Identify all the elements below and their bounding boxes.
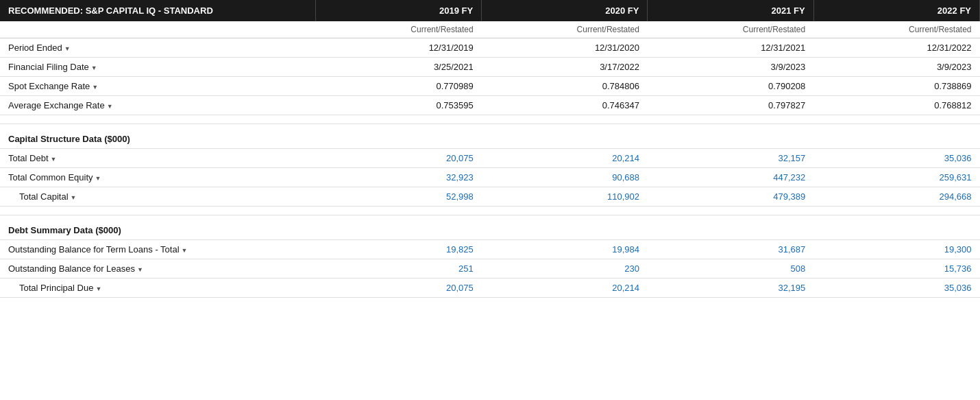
row-label: Outstanding Balance for Leases ▼: [0, 259, 315, 279]
dropdown-arrow-icon[interactable]: ▼: [107, 103, 113, 110]
spacer-row: [0, 207, 980, 215]
financial-table: RECOMMENDED: S&P CAPITAL IQ - STANDARD 2…: [0, 0, 980, 298]
row-value: 32,195: [648, 279, 813, 298]
row-value: 0.768812: [813, 96, 979, 115]
table-row: Total Principal Due ▼20,07520,21432,1953…: [0, 279, 980, 298]
dropdown-arrow-icon[interactable]: ▼: [64, 45, 71, 52]
row-value: 20,075: [315, 279, 481, 298]
row-value: 0.790208: [648, 77, 813, 96]
row-value: 0.770989: [315, 77, 481, 96]
dropdown-arrow-icon[interactable]: ▼: [51, 156, 57, 163]
label-text: Period Ended: [8, 43, 62, 53]
section-header-label: Capital Structure Data ($000): [0, 124, 980, 149]
table-subheader-row: Current/Restated Current/Restated Curren…: [0, 21, 980, 38]
row-value: 20,075: [315, 149, 481, 168]
row-value: 15,736: [813, 259, 979, 279]
subheader-2020: Current/Restated: [482, 21, 648, 38]
row-value: 251: [315, 259, 481, 279]
table-row: Average Exchange Rate ▼0.7535950.7463470…: [0, 96, 980, 115]
row-value: 20,214: [482, 149, 648, 168]
table-row: Outstanding Balance for Leases ▼25123050…: [0, 259, 980, 279]
label-text: Total Common Equity: [8, 172, 93, 183]
table-row: Total Common Equity ▼32,92390,688447,232…: [0, 168, 980, 187]
spacer-row: [0, 115, 980, 124]
table-row: Total Debt ▼20,07520,21432,15735,036: [0, 149, 980, 168]
row-value: 0.746347: [482, 96, 648, 115]
subheader-2019: Current/Restated: [315, 21, 481, 38]
table-row: Spot Exchange Rate ▼0.7709890.7848060.79…: [0, 77, 980, 96]
row-label: Total Principal Due ▼: [0, 279, 315, 298]
row-value: 20,214: [482, 279, 648, 298]
dropdown-arrow-icon[interactable]: ▼: [137, 266, 143, 273]
row-value: 3/25/2021: [315, 58, 481, 77]
dropdown-arrow-icon[interactable]: ▼: [71, 194, 77, 201]
header-2020: 2020 FY: [482, 0, 648, 21]
row-value: 3/9/2023: [813, 58, 979, 77]
row-label: Average Exchange Rate ▼: [0, 96, 315, 115]
dropdown-arrow-icon[interactable]: ▼: [95, 285, 101, 292]
row-value: 3/17/2022: [482, 58, 648, 77]
subheader-2022: Current/Restated: [813, 21, 979, 38]
dropdown-arrow-icon[interactable]: ▼: [95, 175, 101, 182]
row-value: 479,389: [648, 187, 813, 207]
row-value: 31,687: [648, 240, 813, 259]
label-text: Total Principal Due: [19, 283, 93, 293]
row-label: Total Debt ▼: [0, 149, 315, 168]
row-label: Spot Exchange Rate ▼: [0, 77, 315, 96]
row-label: Total Common Equity ▼: [0, 168, 315, 187]
label-text: Outstanding Balance for Leases: [8, 263, 135, 274]
row-value: 35,036: [813, 279, 979, 298]
table-header-row: RECOMMENDED: S&P CAPITAL IQ - STANDARD 2…: [0, 0, 980, 21]
row-value: 3/9/2023: [648, 58, 813, 77]
row-value: 19,300: [813, 240, 979, 259]
header-2019: 2019 FY: [315, 0, 481, 21]
row-label: Total Capital ▼: [0, 187, 315, 207]
row-value: 230: [482, 259, 648, 279]
section-header-label: Debt Summary Data ($000): [0, 215, 980, 240]
table-row: Period Ended ▼12/31/201912/31/202012/31/…: [0, 38, 980, 58]
label-text: Total Capital: [19, 191, 69, 202]
row-value: 52,998: [315, 187, 481, 207]
section-header-row: Capital Structure Data ($000): [0, 124, 980, 149]
row-value: 110,902: [482, 187, 648, 207]
table-row: Total Capital ▼52,998110,902479,389294,6…: [0, 187, 980, 207]
row-value: 12/31/2022: [813, 38, 979, 58]
header-2021: 2021 FY: [648, 0, 813, 21]
label-text: Financial Filing Date: [8, 62, 89, 72]
row-value: 0.738869: [813, 77, 979, 96]
row-label: Financial Filing Date ▼: [0, 58, 315, 77]
row-value: 32,157: [648, 149, 813, 168]
row-value: 35,036: [813, 149, 979, 168]
row-value: 259,631: [813, 168, 979, 187]
subheader-2021: Current/Restated: [648, 21, 813, 38]
row-value: 0.753595: [315, 96, 481, 115]
row-value: 12/31/2019: [315, 38, 481, 58]
row-value: 12/31/2020: [482, 38, 648, 58]
header-2022: 2022 FY: [813, 0, 979, 21]
row-value: 19,984: [482, 240, 648, 259]
table-row: Outstanding Balance for Term Loans - Tot…: [0, 240, 980, 259]
row-value: 447,232: [648, 168, 813, 187]
table-header-label: RECOMMENDED: S&P CAPITAL IQ - STANDARD: [0, 0, 315, 21]
label-text: Outstanding Balance for Term Loans - Tot…: [8, 244, 180, 255]
row-value: 90,688: [482, 168, 648, 187]
row-label: Period Ended ▼: [0, 38, 315, 58]
label-text: Total Debt: [8, 153, 49, 163]
row-value: 19,825: [315, 240, 481, 259]
section-header-row: Debt Summary Data ($000): [0, 215, 980, 240]
row-value: 12/31/2021: [648, 38, 813, 58]
dropdown-arrow-icon[interactable]: ▼: [182, 247, 188, 254]
dropdown-arrow-icon[interactable]: ▼: [92, 84, 98, 91]
label-text: Average Exchange Rate: [8, 100, 105, 110]
row-value: 294,668: [813, 187, 979, 207]
row-value: 32,923: [315, 168, 481, 187]
dropdown-arrow-icon[interactable]: ▼: [91, 64, 97, 71]
table-row: Financial Filing Date ▼3/25/20213/17/202…: [0, 58, 980, 77]
label-text: Spot Exchange Rate: [8, 81, 90, 91]
row-value: 508: [648, 259, 813, 279]
row-label: Outstanding Balance for Term Loans - Tot…: [0, 240, 315, 259]
row-value: 0.784806: [482, 77, 648, 96]
subheader-label: [0, 21, 315, 38]
row-value: 0.797827: [648, 96, 813, 115]
